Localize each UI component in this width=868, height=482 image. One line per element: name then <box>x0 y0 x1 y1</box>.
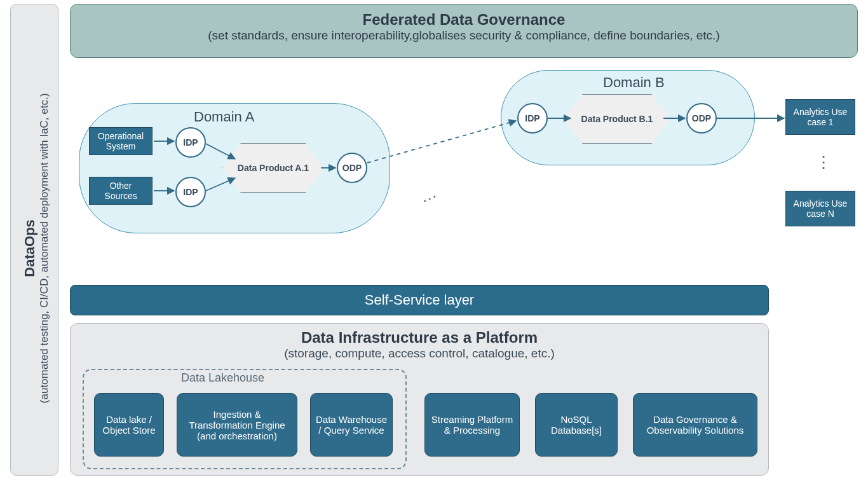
domain-a-title: Domain A <box>194 109 254 125</box>
domain-b-title: Domain B <box>603 74 665 91</box>
component-warehouse: Data Warehouse / Query Service <box>310 393 393 457</box>
self-service-label: Self-Service layer <box>365 292 474 308</box>
data-product-b1: Data Product B.1 <box>563 94 671 144</box>
component-object-store: Data lake / Object Store <box>94 393 164 457</box>
domain-a-idp-1: IDP <box>175 127 206 158</box>
dataops-sidebar: DataOps (automated testing, CI/CD, autom… <box>10 4 58 476</box>
component-ingestion: Ingestion & Transformation Engine (and o… <box>177 393 297 457</box>
component-gov-obs: Data Governance & Observability Solution… <box>633 393 757 457</box>
source-operational-system: Operational System <box>89 127 153 155</box>
infrastructure-subtitle: (storage, compute, access control, catal… <box>71 347 768 361</box>
ellipsis-domains: … <box>416 181 442 207</box>
domain-a-idp-2: IDP <box>175 177 206 207</box>
domain-a-odp: ODP <box>337 153 367 183</box>
self-service-layer: Self-Service layer <box>70 285 769 315</box>
governance-banner: Federated Data Governance (set standards… <box>70 4 858 58</box>
governance-subtitle: (set standards, ensure interoperability,… <box>71 29 857 43</box>
dataops-subtitle: (automated testing, CI/CD, automated dep… <box>38 93 50 404</box>
domain-b-idp: IDP <box>517 103 548 134</box>
dataops-label: DataOps (automated testing, CI/CD, autom… <box>22 25 51 471</box>
dataops-title: DataOps <box>22 219 37 277</box>
governance-title: Federated Data Governance <box>71 11 857 29</box>
analytics-use-case-n: Analytics Use case N <box>785 191 855 226</box>
component-nosql: NoSQL Database[s] <box>535 393 618 457</box>
analytics-use-case-1: Analytics Use case 1 <box>785 99 855 135</box>
infrastructure-title: Data Infrastructure as a Platform <box>71 329 768 347</box>
domain-b-odp: ODP <box>686 103 717 134</box>
source-other: Other Sources <box>89 177 153 205</box>
component-streaming: Streaming Platform & Processing <box>424 393 520 457</box>
data-lakehouse-label: Data Lakehouse <box>181 371 264 385</box>
ellipsis-analytics: ⋮ <box>815 153 834 172</box>
data-product-a1: Data Product A.1 <box>222 143 324 193</box>
